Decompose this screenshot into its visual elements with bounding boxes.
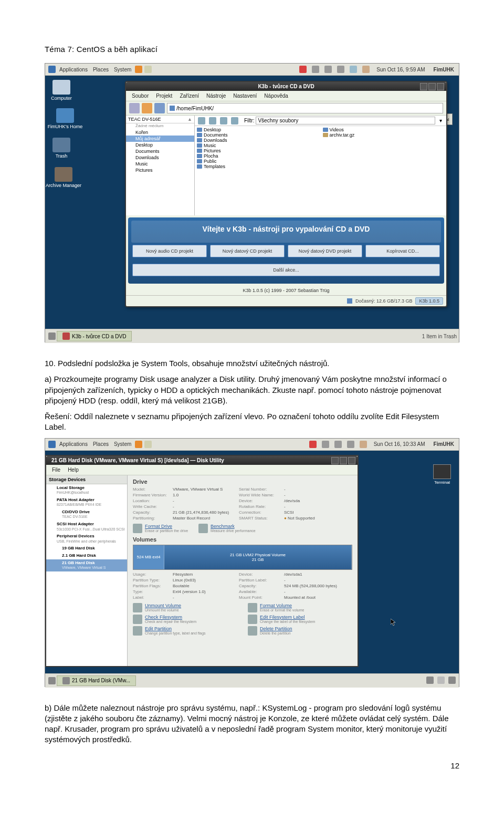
sidebar-peripheral[interactable]: Peripheral DevicesUSB, FireWire and othe… [46,533,127,545]
tray-icon[interactable] [322,441,329,448]
sidebar-local-storage[interactable]: Local StorageFimUHK@localhost [46,484,127,496]
view-icon-3[interactable] [220,117,227,124]
menu-nastroje[interactable]: Nástroje [203,92,229,100]
menu-projekt[interactable]: Projekt [152,92,176,100]
storage-devices-sidebar[interactable]: Storage Devices Local StorageFimUHK@loca… [46,475,128,666]
menu-applications[interactable]: Applications [57,67,90,72]
menu-system[interactable]: System [111,67,134,72]
tray-icon[interactable] [347,441,354,448]
menu-places[interactable]: Places [90,67,111,72]
taskbar-du-button[interactable]: 21 GB Hard Disk (VMw... [57,675,136,686]
home-desktop-icon[interactable]: FimUHK's Home [47,108,83,129]
gnome-apps-icon[interactable] [48,66,56,73]
view-icon-4[interactable] [231,117,238,124]
minimize-icon[interactable] [331,457,339,464]
file-manager-icon[interactable] [144,66,152,73]
volume-icon[interactable] [362,66,370,73]
terminal-desktop-icon[interactable]: Terminal [432,464,453,485]
dropdown-icon[interactable]: ▾ [437,118,444,123]
view-icon-1[interactable] [198,117,205,124]
tree-music[interactable]: Music [126,161,194,167]
menu-nastaveni[interactable]: Nastavení [229,92,260,100]
show-desktop-icon[interactable] [48,677,56,684]
menu-napoveda[interactable]: Nápověda [260,92,292,100]
reload-icon[interactable] [154,103,165,113]
tray-icon[interactable] [350,66,357,73]
menu-file[interactable]: File [48,466,64,474]
check-fs-action[interactable]: Check FilesystemCheck and repair the fil… [133,615,237,624]
menu-zarizeni[interactable]: Zařízení [176,92,203,100]
show-desktop-icon[interactable] [48,332,56,340]
tree-desktop[interactable]: Desktop [126,142,194,148]
more-actions-button[interactable]: Další akce... [132,264,440,276]
format-drive-action[interactable]: Format DriveErase or partition the drive [133,524,188,533]
menu-soubor[interactable]: Soubor [128,92,152,100]
new-data-dvd-button[interactable]: Nový datový DVD projekt [288,245,362,257]
tree-downloads[interactable]: Downloads [126,154,194,161]
filter-select[interactable]: Všechny soubory [256,117,435,124]
file-list-col2[interactable]: Videos archiv.tar.gz [321,126,447,170]
file-manager-icon[interactable] [144,441,152,448]
maximize-icon[interactable] [340,457,347,464]
firefox-icon[interactable] [135,66,142,73]
user-label[interactable]: FimUHK [431,441,457,447]
format-volume-action[interactable]: Format VolumeErase or format the volume [248,603,352,612]
tree-root[interactable]: Kořen [126,129,194,136]
file-list-col1[interactable]: Desktop Documents Downloads Music Pictur… [195,126,321,170]
clock[interactable]: Sun Oct 16, 10:33 AM [371,441,428,447]
view-icon-2[interactable] [209,117,216,124]
du-titlebar[interactable]: 21 GB Hard Disk (VMware, VMware Virtual … [46,456,358,465]
edit-fs-label-action[interactable]: Edit Filesystem LabelChange the label of… [248,615,352,624]
taskbar-k3b-button[interactable]: K3b - tvůrce CD a DVD [57,331,132,341]
nav-up-icon[interactable] [129,103,140,113]
trash-desktop-icon[interactable]: Trash [47,138,76,159]
menu-system[interactable]: System [111,441,134,447]
tray-icon[interactable] [299,66,307,73]
menu-help[interactable]: Help [64,466,82,474]
path-input[interactable]: /home/FimUHK/ [167,103,443,113]
sidebar-cddvd[interactable]: CD/DVD DriveTEAC DV-516E [46,508,127,521]
tray-icon[interactable] [324,66,332,73]
tree-home-selected[interactable]: Můj adresář [126,136,194,142]
firefox-icon[interactable] [135,441,142,448]
menu-applications[interactable]: Applications [57,441,90,447]
minimize-icon[interactable] [420,83,427,90]
new-data-cd-button[interactable]: Nový datový CD projekt [210,245,285,257]
archive-manager-icon[interactable]: Archive Manager [45,167,82,188]
tray-icon[interactable] [334,441,342,448]
tree-documents[interactable]: Documents [126,148,194,154]
unmount-volume-action[interactable]: Unmount VolumeUnmount the volume [133,603,237,612]
computer-desktop-icon[interactable]: Computer [47,80,76,101]
delete-partition-action[interactable]: Delete PartitionDelete the partition [248,626,352,636]
gnome-apps-icon[interactable] [48,441,56,448]
volume-icon[interactable] [360,441,367,448]
trash-icon[interactable] [448,677,456,684]
home-icon[interactable] [142,103,152,113]
trash-count[interactable]: 1 Item in Trash [422,334,457,339]
new-audio-cd-button[interactable]: Nový audio CD projekt [132,245,207,257]
menu-places[interactable]: Places [90,441,111,447]
sidebar-21gb-selected[interactable]: 21 GB Hard DiskVMware, VMware Virtual S [46,559,127,571]
copy-cd-button[interactable]: Kopírovat CD... [365,245,440,257]
close-icon[interactable] [437,83,444,90]
maximize-icon[interactable] [428,83,436,90]
tree-pictures[interactable]: Pictures [126,167,194,173]
volume-strip[interactable]: 524 MB ext4 21 GB LVM2 Physical Volume 2… [133,545,352,570]
sidebar-19gb[interactable]: 19 GB Hard Disk [46,545,127,552]
tray-icon[interactable] [312,66,319,73]
close-icon[interactable] [348,457,355,464]
tray-icon[interactable] [309,441,317,448]
clock[interactable]: Sun Oct 16, 9:59 AM [374,67,427,72]
tray-icon[interactable] [337,66,344,73]
sidebar-2gb[interactable]: 2.1 GB Hard Disk [46,552,127,559]
window-titlebar[interactable]: K3b - tvůrce CD a DVD [126,82,446,91]
workspace-switcher-icon[interactable] [426,677,434,684]
workspace-switcher-icon[interactable] [437,677,445,684]
benchmark-action[interactable]: BenchmarkMeasure drive performance [198,524,256,533]
user-label[interactable]: FimUHK [431,67,457,72]
volume-boot[interactable]: 524 MB ext4 [133,545,164,569]
sidebar-scsi[interactable]: SCSI Host Adapter53c1030 PCI-X Fusi...Du… [46,521,127,533]
edit-partition-action[interactable]: Edit PartitionChange partition type, lab… [133,626,237,636]
device-tree[interactable]: TEAC DV-516E ▲ Žádné médium Kořen Můj ad… [126,116,195,215]
volume-lvm[interactable]: 21 GB LVM2 Physical Volume 21 GB [164,545,352,569]
